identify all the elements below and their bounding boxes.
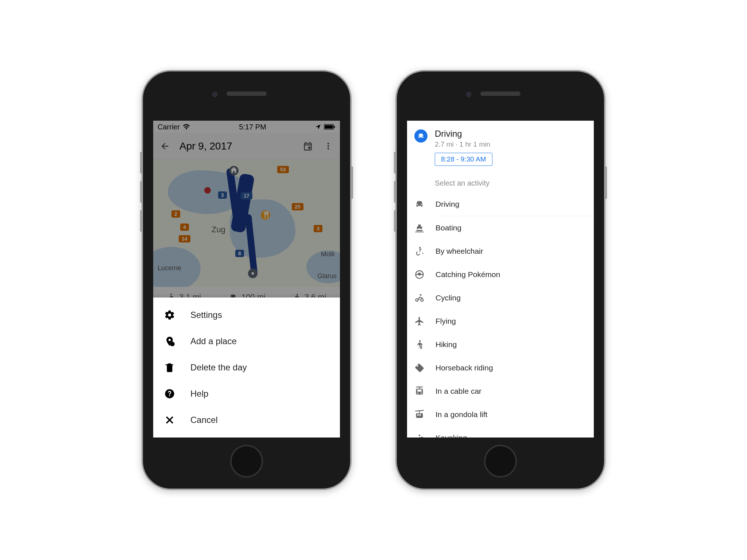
menu-add-place[interactable]: Add a place (153, 328, 340, 354)
gear-icon (164, 310, 175, 320)
svg-point-5 (328, 145, 329, 147)
app-topbar: Apr 9, 2017 (153, 133, 340, 159)
car-icon (414, 199, 425, 209)
end-pin (248, 269, 258, 278)
road-badge: 3 (218, 191, 227, 199)
overflow-menu-sheet: Settings Add a place Delete the day Help (153, 298, 340, 438)
time-range-chip[interactable]: 8:28 - 9:30 AM (435, 153, 492, 166)
road-badge: 8 (235, 250, 244, 257)
activity-kayaking[interactable]: Kavaking (407, 426, 594, 438)
svg-rect-1 (325, 125, 333, 128)
ticket-icon (414, 363, 425, 373)
boat-icon (414, 223, 425, 233)
road-badge: 4 (180, 223, 189, 231)
menu-cancel[interactable]: Cancel (153, 407, 340, 433)
svg-point-17 (421, 299, 423, 301)
activity-gondola[interactable]: In a gondola lift (407, 403, 594, 426)
activity-label: Hiking (436, 340, 457, 349)
menu-settings[interactable]: Settings (153, 302, 340, 328)
activity-label: In a gondola lift (436, 410, 487, 419)
page-title: Apr 9, 2017 (179, 140, 293, 152)
menu-item-label: Settings (190, 310, 222, 320)
road-badge: 17 (241, 192, 252, 199)
driving-icon (414, 129, 427, 143)
hiking-icon (414, 339, 425, 350)
activity-label: Flying (436, 317, 456, 326)
wifi-icon (183, 124, 190, 130)
food-pin (261, 210, 270, 220)
menu-help[interactable]: Help (153, 381, 340, 407)
pokeball-icon (414, 269, 425, 280)
phone-mockup-left: Carrier 5:17 PM Apr 9, 2017 (142, 70, 352, 490)
activity-horseback[interactable]: Horseback riding (407, 356, 594, 380)
svg-point-6 (328, 148, 329, 149)
activity-driving[interactable]: Driving (407, 192, 594, 216)
back-icon[interactable] (159, 140, 171, 152)
activity-label: Driving (436, 200, 459, 209)
activity-flying[interactable]: Flying (407, 310, 594, 333)
help-icon (164, 388, 175, 399)
city-label: Glarus (317, 272, 337, 280)
activity-cycling[interactable]: Cycling (407, 286, 594, 310)
svg-point-9 (297, 294, 298, 295)
home-button[interactable] (484, 445, 517, 478)
activity-wheelchair[interactable]: By wheelchair (407, 240, 594, 263)
activity-header: Driving 2.7 mi · 1 hr 1 min 8:28 - 9:30 … (407, 121, 594, 172)
activity-label: Cycling (436, 293, 461, 302)
menu-item-label: Delete the day (190, 362, 247, 373)
menu-item-label: Add a place (190, 336, 237, 346)
city-label: Molli (321, 250, 334, 258)
add-place-icon (164, 336, 175, 347)
home-pin (229, 166, 239, 175)
activity-boating[interactable]: Boating (407, 216, 594, 240)
activity-pokemon[interactable]: Catching Pokémon (407, 263, 594, 286)
road-badge: 25 (292, 203, 303, 210)
svg-point-18 (420, 294, 422, 296)
menu-item-label: Cancel (190, 415, 218, 425)
activity-subtitle: 2.7 mi · 1 hr 1 min (435, 140, 587, 148)
road-badge: 2 (171, 210, 180, 218)
city-label: Lucerne (158, 264, 181, 272)
screen-right: Driving 2.7 mi · 1 hr 1 min 8:28 - 9:30 … (407, 121, 594, 438)
menu-delete-day[interactable]: Delete the day (153, 354, 340, 381)
svg-rect-3 (308, 147, 310, 149)
calendar-icon[interactable] (302, 140, 314, 152)
home-button[interactable] (230, 445, 263, 478)
activity-title: Driving (435, 129, 587, 139)
carrier-label: Carrier (158, 123, 180, 131)
svg-point-15 (418, 273, 421, 276)
svg-point-19 (419, 340, 421, 342)
svg-point-13 (419, 247, 421, 249)
road-badge: 53 (277, 166, 289, 173)
road-dot (204, 187, 211, 194)
wheelchair-icon (414, 246, 425, 256)
svg-point-4 (328, 143, 329, 144)
svg-point-8 (170, 293, 172, 295)
activity-label: Horseback riding (436, 363, 493, 372)
location-icon (315, 124, 321, 130)
close-icon (164, 415, 175, 425)
city-label: Zug (212, 225, 225, 234)
activity-label: In a cable car (436, 387, 481, 396)
road-badge: 14 (179, 235, 190, 242)
clock: 5:17 PM (239, 123, 266, 131)
activity-hiking[interactable]: Hiking (407, 333, 594, 356)
activity-label: By wheelchair (436, 247, 483, 256)
bicycle-icon (414, 293, 425, 303)
overflow-icon[interactable] (322, 140, 334, 152)
status-bar: Carrier 5:17 PM (153, 121, 340, 133)
kayak-icon (414, 433, 425, 438)
svg-rect-2 (334, 126, 335, 128)
activity-label: Kavaking (436, 433, 467, 438)
activity-cablecar[interactable]: In a cable car (407, 380, 594, 403)
activity-label: Boating (436, 223, 461, 232)
map-view[interactable]: 53 3 17 2 14 8 4 3 25 Zug Lucerne Molli … (153, 159, 340, 287)
phone-mockup-right: Driving 2.7 mi · 1 hr 1 min 8:28 - 9:30 … (395, 70, 605, 490)
gondola-icon (414, 409, 425, 420)
screen-left: Carrier 5:17 PM Apr 9, 2017 (153, 121, 340, 438)
plane-icon (414, 316, 425, 326)
cablecar-icon (414, 386, 425, 396)
section-label: Select an activity (407, 172, 594, 192)
menu-item-label: Help (190, 389, 208, 399)
svg-point-20 (419, 435, 421, 436)
